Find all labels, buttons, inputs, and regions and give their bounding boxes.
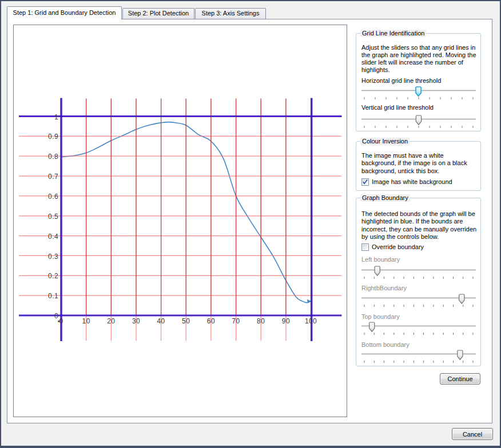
svg-text:0.6: 0.6 <box>48 193 58 201</box>
svg-text:0.2: 0.2 <box>48 272 58 280</box>
svg-text:80: 80 <box>257 317 265 325</box>
svg-text:30: 30 <box>132 317 140 325</box>
svg-text:0: 0 <box>59 317 63 325</box>
svg-text:40: 40 <box>157 317 165 325</box>
svg-text:60: 60 <box>207 317 215 325</box>
svg-text:0.8: 0.8 <box>48 153 58 161</box>
svg-text:90: 90 <box>282 317 290 325</box>
svg-text:0.7: 0.7 <box>48 173 58 181</box>
svg-text:10: 10 <box>82 317 90 325</box>
svg-text:0.3: 0.3 <box>48 253 58 261</box>
svg-text:0.1: 0.1 <box>48 292 58 300</box>
svg-text:1: 1 <box>54 113 58 121</box>
svg-text:0.4: 0.4 <box>48 233 58 241</box>
svg-text:100: 100 <box>305 317 317 325</box>
svg-text:0.5: 0.5 <box>48 213 58 221</box>
svg-text:0.9: 0.9 <box>48 133 58 141</box>
svg-text:20: 20 <box>107 317 115 325</box>
svg-text:50: 50 <box>182 317 190 325</box>
svg-text:0: 0 <box>54 312 58 320</box>
svg-text:70: 70 <box>232 317 240 325</box>
